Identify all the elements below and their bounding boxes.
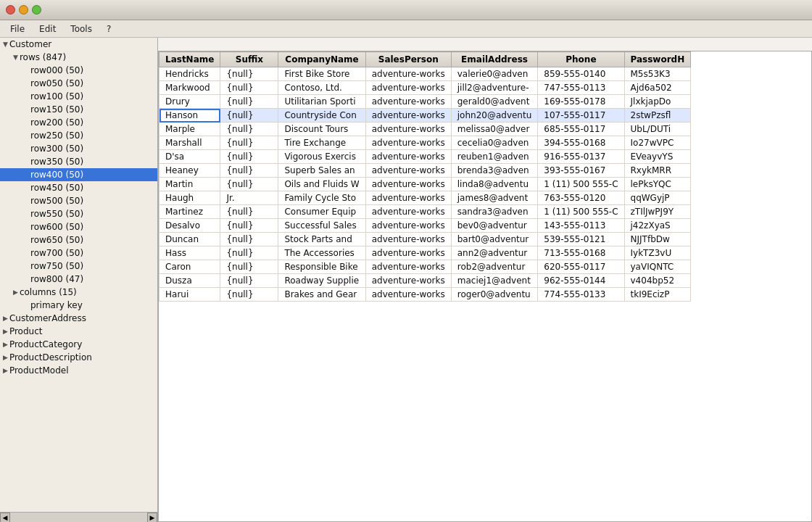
cell-company[interactable]: Stock Parts and	[278, 233, 365, 246]
col-header-passwordh[interactable]: PasswordH	[624, 52, 691, 67]
cell-password[interactable]: M5s53K3	[624, 67, 691, 81]
cell-lastname[interactable]: D'sa	[160, 150, 220, 164]
sidebar-item-productmodel[interactable]: ▶ ProductModel	[0, 364, 157, 377]
cell-suffix[interactable]: {null}	[220, 260, 278, 274]
cell-lastname[interactable]: Martin	[160, 178, 220, 191]
cell-password[interactable]: JlxkjapDo	[624, 95, 691, 109]
sidebar-item-row800[interactable]: row800 (47)	[0, 273, 157, 286]
cell-lastname[interactable]: Haugh	[160, 191, 220, 205]
cell-phone[interactable]: 763-555-0120	[538, 191, 624, 205]
cell-suffix[interactable]: {null}	[220, 81, 278, 95]
cell-salesperson[interactable]: adventure-works	[365, 191, 451, 205]
sidebar-item-productdescription[interactable]: ▶ ProductDescription	[0, 351, 157, 364]
sidebar-item-row450[interactable]: row450 (50)	[0, 181, 157, 194]
cell-password[interactable]: Io27wVPC	[624, 136, 691, 150]
cell-suffix[interactable]: {null}	[220, 67, 278, 81]
cell-phone[interactable]: 713-555-0168	[538, 246, 624, 260]
table-row[interactable]: Heaney{null}Superb Sales anadventure-wor…	[160, 164, 691, 178]
hscroll-right[interactable]: ▶	[147, 513, 157, 523]
sidebar-item-primarykey[interactable]: primary key	[0, 299, 157, 312]
table-row[interactable]: Marple{null}Discount Toursadventure-work…	[160, 123, 691, 136]
table-row[interactable]: Martin{null}Oils and Fluids Wadventure-w…	[160, 178, 691, 191]
cell-phone[interactable]: 143-555-0113	[538, 219, 624, 233]
table-row[interactable]: Markwood{null}Contoso, Ltd.adventure-wor…	[160, 81, 691, 95]
cell-phone[interactable]: 107-555-0117	[538, 109, 624, 123]
cell-email[interactable]: linda8@adventu	[451, 178, 538, 191]
col-header-salesperson[interactable]: SalesPerson	[365, 52, 451, 67]
cell-salesperson[interactable]: adventure-works	[365, 123, 451, 136]
cell-company[interactable]: Countryside Con	[278, 109, 365, 123]
table-row[interactable]: Martinez{null}Consumer Equipadventure-wo…	[160, 205, 691, 219]
table-row[interactable]: Caron{null}Responsible Bikeadventure-wor…	[160, 260, 691, 274]
col-header-lastname[interactable]: LastName	[160, 52, 220, 67]
sidebar-item-row600[interactable]: row600 (50)	[0, 220, 157, 233]
sidebar-item-row700[interactable]: row700 (50)	[0, 246, 157, 260]
cell-suffix[interactable]: {null}	[220, 150, 278, 164]
cell-salesperson[interactable]: adventure-works	[365, 81, 451, 95]
sidebar-item-row550[interactable]: row550 (50)	[0, 207, 157, 220]
cell-lastname[interactable]: Caron	[160, 260, 220, 274]
table-row[interactable]: HaughJr.Family Cycle Stoadventure-worksj…	[160, 191, 691, 205]
col-header-companyname[interactable]: CompanyName	[278, 52, 365, 67]
cell-email[interactable]: james8@advent	[451, 191, 538, 205]
cell-suffix[interactable]: {null}	[220, 219, 278, 233]
cell-salesperson[interactable]: adventure-works	[365, 274, 451, 288]
cell-lastname[interactable]: Duncan	[160, 233, 220, 246]
sidebar-item-row100[interactable]: row100 (50)	[0, 90, 157, 103]
cell-lastname[interactable]: Markwood	[160, 81, 220, 95]
cell-lastname[interactable]: Harui	[160, 288, 220, 302]
cell-suffix[interactable]: {null}	[220, 288, 278, 302]
cell-phone[interactable]: 774-555-0133	[538, 288, 624, 302]
table-row[interactable]: Desalvo{null}Successful Salesadventure-w…	[160, 219, 691, 233]
cell-password[interactable]: RxykMRR	[624, 164, 691, 178]
cell-phone[interactable]: 1 (11) 500 555-C	[538, 178, 624, 191]
table-row[interactable]: Hass{null}The Accessoriesadventure-works…	[160, 246, 691, 260]
cell-company[interactable]: The Accessories	[278, 246, 365, 260]
cell-company[interactable]: Family Cycle Sto	[278, 191, 365, 205]
cell-lastname[interactable]: Desalvo	[160, 219, 220, 233]
sidebar-item-product[interactable]: ▶ Product	[0, 325, 157, 338]
menu-file[interactable]: File	[3, 22, 32, 36]
cell-lastname[interactable]: Marple	[160, 123, 220, 136]
cell-email[interactable]: melissa0@adver	[451, 123, 538, 136]
cell-company[interactable]: Brakes and Gear	[278, 288, 365, 302]
sidebar-item-columns[interactable]: ▶ columns (15)	[0, 286, 157, 299]
cell-salesperson[interactable]: adventure-works	[365, 178, 451, 191]
cell-company[interactable]: Discount Tours	[278, 123, 365, 136]
cell-password[interactable]: v404bp52	[624, 274, 691, 288]
cell-salesperson[interactable]: adventure-works	[365, 219, 451, 233]
col-header-suffix[interactable]: Suffix	[220, 52, 278, 67]
sidebar-item-row750[interactable]: row750 (50)	[0, 260, 157, 273]
menu-help[interactable]: ?	[99, 22, 118, 36]
cell-password[interactable]: EVeayvYS	[624, 150, 691, 164]
table-row[interactable]: Harui{null}Brakes and Gearadventure-work…	[160, 288, 691, 302]
cell-suffix[interactable]: {null}	[220, 178, 278, 191]
cell-company[interactable]: Oils and Fluids W	[278, 178, 365, 191]
cell-email[interactable]: gerald0@advent	[451, 95, 538, 109]
cell-password[interactable]: IykTZ3vU	[624, 246, 691, 260]
cell-salesperson[interactable]: adventure-works	[365, 288, 451, 302]
cell-email[interactable]: cecelia0@adven	[451, 136, 538, 150]
table-row[interactable]: D'sa{null}Vigorous Exercisadventure-work…	[160, 150, 691, 164]
cell-lastname[interactable]: Hendricks	[160, 67, 220, 81]
sidebar-item-row150[interactable]: row150 (50)	[0, 103, 157, 116]
sidebar-item-customeraddress[interactable]: ▶ CustomerAddress	[0, 312, 157, 325]
sidebar-hscrollbar[interactable]: ◀ ▶	[0, 512, 157, 522]
cell-salesperson[interactable]: adventure-works	[365, 150, 451, 164]
cell-email[interactable]: john20@adventu	[451, 109, 538, 123]
cell-suffix[interactable]: {null}	[220, 123, 278, 136]
cell-suffix[interactable]: {null}	[220, 95, 278, 109]
cell-password[interactable]: UbL/DUTi	[624, 123, 691, 136]
cell-salesperson[interactable]: adventure-works	[365, 95, 451, 109]
cell-email[interactable]: jill2@adventure-	[451, 81, 538, 95]
maximize-button[interactable]	[32, 5, 41, 14]
cell-lastname[interactable]: Martinez	[160, 205, 220, 219]
cell-email[interactable]: roger0@adventu	[451, 288, 538, 302]
cell-password[interactable]: yaVIQNTC	[624, 260, 691, 274]
sidebar-item-row650[interactable]: row650 (50)	[0, 233, 157, 246]
sidebar-item-customer[interactable]: ▼ Customer	[0, 38, 157, 51]
cell-company[interactable]: Utilitarian Sporti	[278, 95, 365, 109]
cell-lastname[interactable]: Drury	[160, 95, 220, 109]
cell-lastname[interactable]: Dusza	[160, 274, 220, 288]
menu-tools[interactable]: Tools	[63, 22, 99, 36]
